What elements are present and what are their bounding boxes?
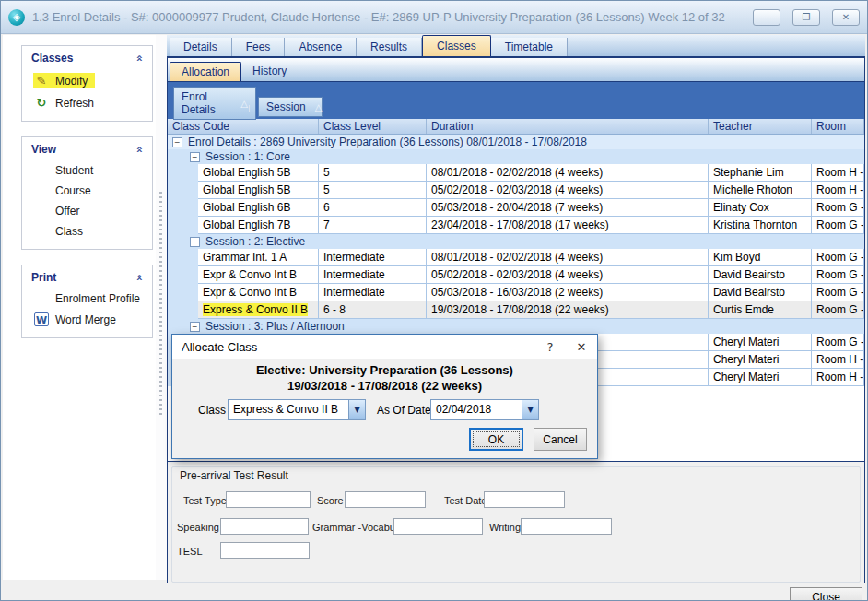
group-by-session[interactable]: Session △ <box>258 97 323 117</box>
sidebar-header-print[interactable]: Print » <box>22 265 152 289</box>
sidebar-splitter[interactable] <box>156 35 167 580</box>
collapse-icon[interactable]: − <box>190 237 200 247</box>
column-header-room[interactable]: Room <box>812 119 864 134</box>
chevron-down-icon[interactable]: ▼ <box>522 400 538 419</box>
test-date-field[interactable] <box>484 491 565 508</box>
column-header-duration[interactable]: Duration <box>427 119 709 134</box>
cell-teacher: David Beairsto <box>709 266 812 284</box>
sidebar-header-label: Print <box>31 271 56 284</box>
as-of-date-dropdown[interactable]: 02/04/2018 ▼ <box>430 399 539 420</box>
cell-teacher: Cheryl Materi <box>709 334 812 351</box>
table-row[interactable]: Global English 6B 6 05/03/2018 - 20/04/2… <box>168 199 864 217</box>
help-icon[interactable]: ? <box>534 335 566 359</box>
table-row[interactable]: Global English 5B 5 05/02/2018 - 02/03/2… <box>168 182 864 199</box>
row-indent <box>168 266 198 284</box>
group-by-enrol-details[interactable]: Enrol Details △ <box>173 87 256 120</box>
sidebar-header-classes[interactable]: Classes » <box>22 46 152 69</box>
dialog-heading-dates: 19/03/2018 - 17/08/2018 (22 weeks) <box>172 379 597 393</box>
cell-room: Room G - <box>812 266 864 284</box>
table-row[interactable]: Global English 5B 5 08/01/2018 - 02/02/2… <box>168 164 864 182</box>
class-dropdown[interactable]: Express & Convo II B ▼ <box>228 399 366 420</box>
cancel-button[interactable]: Cancel <box>534 428 587 451</box>
group-row-label: Session : 2: Elective <box>205 235 305 248</box>
tab-timetable[interactable]: Timetable <box>491 38 568 56</box>
collapse-icon[interactable]: − <box>172 137 182 147</box>
table-row[interactable]: Global English 7B 7 23/04/2018 - 17/08/2… <box>168 217 864 234</box>
tab-classes[interactable]: Classes <box>422 35 491 56</box>
table-row[interactable]: Expr & Convo Int B Intermediate 05/03/20… <box>168 284 864 301</box>
test-date-label: Test Date <box>444 495 487 506</box>
tab-details[interactable]: Details <box>170 38 232 56</box>
tab-history[interactable]: History <box>241 62 298 81</box>
cell-class-level: Intermediate <box>319 284 427 301</box>
sidebar-panel-print: Print » Enrolment Profile W Word Merge <box>21 265 153 338</box>
cell-duration: 05/02/2018 - 02/03/2018 (4 weeks) <box>427 182 709 199</box>
cell-class-code: Expr & Convo Int B <box>198 284 319 301</box>
tab-allocation[interactable]: Allocation <box>170 62 241 81</box>
tab-results[interactable]: Results <box>357 38 422 56</box>
grid-header-row: Class Code Class Level Duration Teacher … <box>168 119 864 135</box>
writing-field[interactable] <box>521 518 612 535</box>
collapse-icon[interactable]: − <box>190 322 200 332</box>
sidebar-item-refresh[interactable]: ↻ Refresh <box>22 92 152 113</box>
group-row-session-3[interactable]: − Session : 3: Plus / Afternoon <box>168 319 864 334</box>
row-indent <box>168 199 198 217</box>
grammar-vocabulary-field[interactable] <box>393 518 483 535</box>
sidebar-item-offer[interactable]: Offer <box>22 201 152 221</box>
sidebar-item-word-merge[interactable]: W Word Merge <box>22 309 152 330</box>
cell-room: Room H - <box>812 369 864 386</box>
collapse-icon[interactable]: − <box>190 152 200 162</box>
tesl-field[interactable] <box>220 542 310 559</box>
group-row-enrol-details[interactable]: − Enrol Details : 2869 University Prepar… <box>168 135 864 149</box>
cell-class-code: Global English 6B <box>198 199 319 217</box>
sidebar-item-label: Student <box>55 164 93 177</box>
column-header-class-level[interactable]: Class Level <box>319 119 427 134</box>
cell-teacher: Elinaty Cox <box>709 199 812 217</box>
sidebar-header-label: Classes <box>31 52 73 65</box>
sidebar-item-modify[interactable]: ✎ Modify <box>22 69 152 92</box>
table-row[interactable]: Grammar Int. 1 A Intermediate 08/01/2018… <box>168 249 864 266</box>
dialog-close-icon[interactable]: ✕ <box>566 335 597 359</box>
group-row-session-1[interactable]: − Session : 1: Core <box>168 149 864 164</box>
group-by-label: Session <box>266 100 306 113</box>
test-type-label: Test Type <box>183 495 227 506</box>
refresh-icon: ↻ <box>33 96 50 110</box>
chevron-down-icon[interactable]: ▼ <box>348 400 365 419</box>
tab-fees[interactable]: Fees <box>232 38 286 56</box>
sidebar-item-label: Enrolment Profile <box>55 292 140 305</box>
column-header-class-code[interactable]: Class Code <box>168 119 319 134</box>
cell-class-code: Global English 5B <box>198 182 319 199</box>
close-window-button[interactable]: ✕ <box>832 9 860 26</box>
window-title: 1.3 Enrol Details - S#: 0000009977 Prude… <box>32 10 741 24</box>
cell-teacher: Cheryl Materi <box>709 369 812 386</box>
group-row-session-2[interactable]: − Session : 2: Elective <box>168 234 864 249</box>
ok-button[interactable]: OK <box>469 428 523 451</box>
cell-teacher: Cheryl Materi <box>709 351 812 369</box>
sidebar-item-class[interactable]: Class <box>22 221 152 242</box>
enrol-details-window: ◈ 1.3 Enrol Details - S#: 0000009977 Pru… <box>0 0 868 601</box>
column-header-teacher[interactable]: Teacher <box>709 119 812 134</box>
as-of-date-label: As Of Date <box>377 404 431 417</box>
table-row-selected[interactable]: Express & Convo II B 6 - 8 19/03/2018 - … <box>168 301 864 319</box>
sidebar-item-student[interactable]: Student <box>22 160 152 181</box>
tesl-label: TESL <box>177 546 203 557</box>
cell-class-code: Express & Convo II B <box>198 301 319 319</box>
tab-absence[interactable]: Absence <box>285 38 357 56</box>
cell-room: Room H - <box>812 164 864 182</box>
cell-duration: 05/02/2018 - 02/03/2018 (4 weeks) <box>427 266 709 284</box>
tab-bar: Details Fees Absence Results Classes Tim… <box>167 35 865 57</box>
minimize-button[interactable]: — <box>753 9 780 26</box>
cell-class-code: Grammar Int. 1 A <box>198 249 319 266</box>
dialog-heading-course: Elective: University Preparation (36 Les… <box>172 363 597 377</box>
score-field[interactable] <box>345 491 426 508</box>
test-type-field[interactable] <box>226 491 311 508</box>
sidebar-item-course[interactable]: Course <box>22 181 152 201</box>
sidebar: Classes » ✎ Modify ↻ Refresh View » Stud… <box>3 35 156 580</box>
sidebar-header-view[interactable]: View » <box>22 137 152 160</box>
close-button[interactable]: Close <box>790 587 862 601</box>
maximize-button[interactable]: ❐ <box>792 9 820 26</box>
sidebar-item-enrolment-profile[interactable]: Enrolment Profile <box>22 289 152 309</box>
table-row[interactable]: Expr & Convo Int B Intermediate 05/02/20… <box>168 266 864 284</box>
row-indent <box>168 284 198 301</box>
speaking-field[interactable] <box>220 518 309 535</box>
